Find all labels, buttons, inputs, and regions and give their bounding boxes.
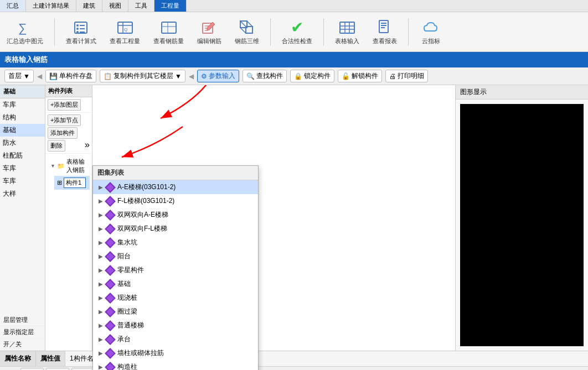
tree-root-item[interactable]: ▼ 📁 表格输入钢筋 <box>48 156 90 176</box>
right-panel-header: 图形显示 <box>456 85 588 100</box>
sidebar-item-jichu[interactable]: 基础 <box>0 124 45 137</box>
dropdown-item-12[interactable]: ▶ 墙柱或砌体拉筋 <box>93 346 258 360</box>
tab-gongchengliang[interactable]: 工程量 <box>154 0 187 12</box>
nav-copy-btn[interactable]: 📋 复制构件到其它楼层 ▼ <box>100 70 185 82</box>
tab-gongju[interactable]: 工具 <box>128 0 154 12</box>
dropdown-item-label-7: 基础 <box>117 279 131 289</box>
add-comp-btn[interactable]: 添加构件 <box>48 127 78 139</box>
item-arrow-3: ▶ <box>99 226 103 232</box>
item-arrow-7: ▶ <box>99 281 103 287</box>
dropdown-item-label-3: 双网双向F-L楼梯 <box>117 224 167 233</box>
floor-label: 首层 <box>8 71 22 81</box>
copy-dropdown-arrow[interactable]: ▼ <box>175 72 182 80</box>
dropdown-item-8[interactable]: ▶ 现浇桩 <box>93 291 258 305</box>
component-panel: 构件列表 +添加图层 +添加节点 添加构件 删除 » ▼ 📁 表格输入钢筋 ⊞ … <box>45 85 92 351</box>
svg-line-23 <box>240 28 246 33</box>
grid-icon: ⊞ <box>57 179 62 186</box>
nav-save-btn[interactable]: 💾 单构件存盘 <box>45 70 96 82</box>
bottom-delete-btn[interactable]: 删除 <box>46 368 69 370</box>
dropdown-item-13[interactable]: ▶ 构造柱 <box>93 360 258 370</box>
nav-print-btn[interactable]: 🖨 打印明细 <box>385 70 428 82</box>
sidebar-title: 基础 <box>0 85 45 98</box>
toolbar-report[interactable]: 查看报表 <box>370 18 399 46</box>
svg-rect-3 <box>80 25 85 26</box>
sidebar-item-label: 车库 <box>3 100 16 110</box>
layer-toggle-btn[interactable]: 开／关 <box>0 338 45 351</box>
bottom-area: 属性名称 属性值 1构件名称 构件1 1 1 插入 删除 缩尺配筋 钢筋信息 钢… <box>0 351 588 370</box>
dropdown-item-6[interactable]: ▶ 零星构件 <box>93 263 258 277</box>
dropdown-header: 图集列表 <box>93 166 258 180</box>
dropdown-item-11[interactable]: ▶ 承台 <box>93 332 258 346</box>
diamond-icon-3 <box>105 223 116 234</box>
props-value-header: 属性值 <box>36 351 65 366</box>
toolbar-table[interactable]: 表格输入 <box>333 18 362 46</box>
tree-child-item[interactable]: ⊞ 构件1 <box>54 176 90 190</box>
sidebar-item-cheku2[interactable]: 车库 <box>0 162 45 175</box>
svg-rect-30 <box>381 23 386 24</box>
add-graph-btn[interactable]: +添加图层 <box>48 99 81 111</box>
dropdown-item-0[interactable]: ▶ A-E楼梯(03G101-2) <box>93 180 258 194</box>
nav-save-label: 单构件存盘 <box>59 71 92 81</box>
toolbar-3d[interactable]: 钢筋三维 <box>233 18 261 46</box>
nav-lock-btn[interactable]: 🔒 锁定构件 <box>290 70 334 82</box>
add-node-btn[interactable]: +添加节点 <box>48 114 81 126</box>
dropdown-item-label-10: 普通楼梯 <box>117 321 144 330</box>
dropdown-item-5[interactable]: ▶ 阳台 <box>93 249 258 263</box>
dropdown-item-3[interactable]: ▶ 双网双向F-L楼梯 <box>93 222 258 236</box>
dropdown-item-9[interactable]: ▶ 圈过梁 <box>93 305 258 319</box>
expand-icon[interactable]: » <box>85 140 90 152</box>
layer-mgmt-btn[interactable]: 层层管理 <box>0 314 45 326</box>
toolbar-gongchengliang[interactable]: Q 查看工程量 <box>107 18 142 46</box>
gongchengliang-icon: Q <box>116 19 134 37</box>
sidebar-item-cheku3[interactable]: 车库 <box>0 175 45 187</box>
nav-unlock-btn[interactable]: 🔓 解锁构件 <box>338 70 382 82</box>
component-panel-toolbar2: +添加节点 添加构件 删除 » <box>45 113 92 154</box>
tab-jianzhu[interactable]: 建筑 <box>76 0 102 12</box>
toolbar-calc[interactable]: 查看计算式 <box>64 18 99 46</box>
nav-sep-2: ◀ <box>189 72 194 80</box>
toolbar-check[interactable]: ✔ 合法性检查 <box>280 18 314 46</box>
dropdown-item-7[interactable]: ▶ 基础 <box>93 277 258 291</box>
nav-print-label: 打印明细 <box>398 71 424 81</box>
toolbar-huizong[interactable]: ∑ 汇总选中图元 <box>4 18 45 46</box>
dropdown-item-10[interactable]: ▶ 普通楼梯 <box>93 319 258 332</box>
sidebar-item-cheku[interactable]: 车库 <box>0 98 45 111</box>
item-arrow-13: ▶ <box>99 364 103 370</box>
sidebar-item-label: 基础 <box>3 126 16 135</box>
top-toolbar: ∑ 汇总选中图元 查看计算式 Q <box>0 12 588 52</box>
dropdown-item-label-8: 现浇桩 <box>117 293 137 303</box>
item-arrow-2: ▶ <box>99 212 103 218</box>
nav-search-btn[interactable]: 🔍 查找构件 <box>243 70 287 82</box>
nav-floor-btn[interactable]: 首层 ▼ <box>4 70 34 82</box>
folder-icon: 📁 <box>57 163 65 170</box>
props-name-header: 属性名称 <box>0 351 36 366</box>
delete-btn[interactable]: 删除 <box>48 140 65 152</box>
tab-tujian[interactable]: 土建计算结果 <box>26 0 76 12</box>
sidebar-item-label: 车库 <box>3 176 16 186</box>
lock-icon: 🔒 <box>294 72 302 80</box>
dropdown-item-4[interactable]: ▶ 集水坑 <box>93 236 258 249</box>
toolbar-cloud[interactable]: 云指标 <box>417 18 444 46</box>
sidebar-item-jiegou[interactable]: 结构 <box>0 111 45 124</box>
param-icon: ⚙ <box>201 72 207 80</box>
toolbar-gangjinliang[interactable]: 查看钢筋量 <box>151 18 186 46</box>
bottom-insert-btn[interactable]: 插入 <box>20 368 44 370</box>
toolbar-bianji[interactable]: 编辑钢筋 <box>195 18 224 46</box>
toolbar-gongchengliang-label: 查看工程量 <box>110 38 140 45</box>
sidebar-item-fangshui[interactable]: 防水 <box>0 137 45 149</box>
nav-unlock-label: 解锁构件 <box>352 71 378 81</box>
floor-dropdown-arrow[interactable]: ▼ <box>23 72 30 80</box>
nav-copy-label: 复制构件到其它楼层 <box>114 71 173 81</box>
sidebar-item-zhupei[interactable]: 柱配筋 <box>0 149 45 162</box>
dropdown-item-1[interactable]: ▶ F-L楼梯(03G101-2) <box>93 194 258 208</box>
dropdown-item-2[interactable]: ▶ 双网双向A-E楼梯 <box>93 208 258 222</box>
layer-display-btn[interactable]: 显示指定层 <box>0 326 45 338</box>
component-name-input[interactable]: 构件1 <box>64 178 86 188</box>
nav-param-btn[interactable]: ⚙ 参数输入 <box>197 70 239 82</box>
item-arrow-12: ▶ <box>99 350 103 356</box>
diamond-icon-9 <box>105 306 116 317</box>
tab-shitu[interactable]: 视图 <box>102 0 128 12</box>
tab-huizong[interactable]: 汇总 <box>0 0 26 12</box>
cloud-icon <box>422 19 440 37</box>
sidebar-item-dayang[interactable]: 大样 <box>0 187 45 200</box>
